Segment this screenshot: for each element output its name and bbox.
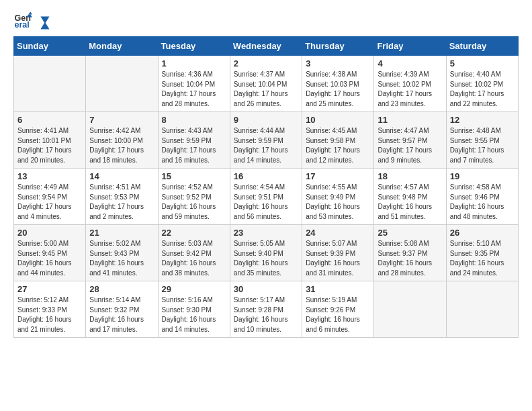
logo: Gen eral [13, 11, 51, 30]
day-number: 9 [234, 115, 298, 125]
calendar-cell: 22Sunrise: 5:03 AM Sunset: 9:42 PM Dayli… [158, 225, 230, 281]
day-info: Sunrise: 4:55 AM Sunset: 9:49 PM Dayligh… [306, 183, 370, 222]
calendar-cell: 6Sunrise: 4:41 AM Sunset: 10:01 PM Dayli… [14, 112, 86, 169]
calendar-day-header: Tuesday [158, 37, 230, 56]
day-number: 24 [306, 228, 370, 238]
calendar-cell: 15Sunrise: 4:52 AM Sunset: 9:52 PM Dayli… [158, 169, 230, 225]
day-number: 23 [234, 228, 298, 238]
day-number: 18 [378, 171, 442, 181]
calendar-cell: 4Sunrise: 4:39 AM Sunset: 10:02 PM Dayli… [374, 56, 446, 112]
svg-marker-2 [28, 11, 32, 14]
day-info: Sunrise: 4:48 AM Sunset: 9:55 PM Dayligh… [450, 126, 515, 165]
calendar-day-header: Monday [86, 37, 158, 56]
calendar-cell: 24Sunrise: 5:07 AM Sunset: 9:39 PM Dayli… [302, 225, 374, 281]
day-info: Sunrise: 4:49 AM Sunset: 9:54 PM Dayligh… [17, 183, 82, 222]
calendar-cell: 16Sunrise: 4:54 AM Sunset: 9:51 PM Dayli… [230, 169, 302, 225]
day-number: 4 [378, 58, 442, 68]
day-info: Sunrise: 4:57 AM Sunset: 9:48 PM Dayligh… [378, 183, 442, 222]
day-number: 16 [234, 171, 298, 181]
day-info: Sunrise: 4:42 AM Sunset: 10:00 PM Daylig… [89, 126, 154, 165]
calendar-table: SundayMondayTuesdayWednesdayThursdayFrid… [13, 36, 519, 338]
svg-marker-4 [40, 16, 49, 29]
day-info: Sunrise: 5:02 AM Sunset: 9:43 PM Dayligh… [89, 239, 154, 278]
day-number: 20 [17, 228, 82, 238]
calendar-cell: 29Sunrise: 5:16 AM Sunset: 9:30 PM Dayli… [158, 281, 230, 338]
day-info: Sunrise: 4:54 AM Sunset: 9:51 PM Dayligh… [234, 183, 298, 222]
day-number: 27 [17, 284, 82, 294]
calendar-cell: 14Sunrise: 4:51 AM Sunset: 9:53 PM Dayli… [86, 169, 158, 225]
calendar-day-header: Thursday [302, 37, 374, 56]
day-number: 19 [450, 171, 515, 181]
day-number: 12 [450, 115, 515, 125]
calendar-cell: 8Sunrise: 4:43 AM Sunset: 9:59 PM Daylig… [158, 112, 230, 169]
day-number: 8 [162, 115, 226, 125]
day-number: 25 [378, 228, 442, 238]
day-number: 15 [162, 171, 226, 181]
day-info: Sunrise: 5:12 AM Sunset: 9:33 PM Dayligh… [17, 295, 82, 334]
calendar-cell: 11Sunrise: 4:47 AM Sunset: 9:57 PM Dayli… [374, 112, 446, 169]
day-info: Sunrise: 5:00 AM Sunset: 9:45 PM Dayligh… [17, 239, 82, 278]
day-info: Sunrise: 4:51 AM Sunset: 9:53 PM Dayligh… [89, 183, 154, 222]
calendar-cell: 18Sunrise: 4:57 AM Sunset: 9:48 PM Dayli… [374, 169, 446, 225]
calendar-header-row: SundayMondayTuesdayWednesdayThursdayFrid… [14, 37, 519, 56]
calendar-cell [446, 281, 518, 338]
day-info: Sunrise: 5:19 AM Sunset: 9:26 PM Dayligh… [306, 295, 370, 334]
day-number: 3 [306, 58, 370, 68]
calendar-week-row: 6Sunrise: 4:41 AM Sunset: 10:01 PM Dayli… [14, 112, 519, 169]
day-number: 21 [89, 228, 154, 238]
logo-icon: Gen eral [13, 11, 32, 30]
calendar-week-row: 27Sunrise: 5:12 AM Sunset: 9:33 PM Dayli… [14, 281, 519, 338]
day-info: Sunrise: 5:16 AM Sunset: 9:30 PM Dayligh… [162, 295, 226, 334]
day-info: Sunrise: 4:39 AM Sunset: 10:02 PM Daylig… [378, 70, 442, 109]
calendar-cell: 13Sunrise: 4:49 AM Sunset: 9:54 PM Dayli… [14, 169, 86, 225]
calendar-week-row: 1Sunrise: 4:36 AM Sunset: 10:04 PM Dayli… [14, 56, 519, 112]
calendar-cell: 17Sunrise: 4:55 AM Sunset: 9:49 PM Dayli… [302, 169, 374, 225]
day-number: 31 [306, 284, 370, 294]
calendar-cell: 9Sunrise: 4:44 AM Sunset: 9:59 PM Daylig… [230, 112, 302, 169]
calendar-cell: 26Sunrise: 5:10 AM Sunset: 9:35 PM Dayli… [446, 225, 518, 281]
calendar-cell: 12Sunrise: 4:48 AM Sunset: 9:55 PM Dayli… [446, 112, 518, 169]
calendar-day-header: Wednesday [230, 37, 302, 56]
day-number: 5 [450, 58, 515, 68]
calendar-cell: 27Sunrise: 5:12 AM Sunset: 9:33 PM Dayli… [14, 281, 86, 338]
day-info: Sunrise: 5:05 AM Sunset: 9:40 PM Dayligh… [234, 239, 298, 278]
day-info: Sunrise: 4:38 AM Sunset: 10:03 PM Daylig… [306, 70, 370, 109]
day-info: Sunrise: 5:08 AM Sunset: 9:37 PM Dayligh… [378, 239, 442, 278]
day-number: 6 [17, 115, 82, 125]
day-info: Sunrise: 4:47 AM Sunset: 9:57 PM Dayligh… [378, 126, 442, 165]
calendar-cell: 31Sunrise: 5:19 AM Sunset: 9:26 PM Dayli… [302, 281, 374, 338]
day-number: 14 [89, 171, 154, 181]
calendar-cell: 2Sunrise: 4:37 AM Sunset: 10:04 PM Dayli… [230, 56, 302, 112]
calendar-cell: 25Sunrise: 5:08 AM Sunset: 9:37 PM Dayli… [374, 225, 446, 281]
day-info: Sunrise: 5:14 AM Sunset: 9:32 PM Dayligh… [89, 295, 154, 334]
day-info: Sunrise: 4:37 AM Sunset: 10:04 PM Daylig… [234, 70, 298, 109]
day-number: 7 [89, 115, 154, 125]
calendar-cell [86, 56, 158, 112]
day-info: Sunrise: 4:43 AM Sunset: 9:59 PM Dayligh… [162, 126, 226, 165]
day-number: 13 [17, 171, 82, 181]
day-info: Sunrise: 4:45 AM Sunset: 9:58 PM Dayligh… [306, 126, 370, 165]
logo-flag-icon [36, 15, 50, 30]
calendar-week-row: 13Sunrise: 4:49 AM Sunset: 9:54 PM Dayli… [14, 169, 519, 225]
calendar-day-header: Sunday [14, 37, 86, 56]
day-info: Sunrise: 4:52 AM Sunset: 9:52 PM Dayligh… [162, 183, 226, 222]
calendar-cell: 23Sunrise: 5:05 AM Sunset: 9:40 PM Dayli… [230, 225, 302, 281]
calendar-cell: 28Sunrise: 5:14 AM Sunset: 9:32 PM Dayli… [86, 281, 158, 338]
calendar-cell: 1Sunrise: 4:36 AM Sunset: 10:04 PM Dayli… [158, 56, 230, 112]
calendar-week-row: 20Sunrise: 5:00 AM Sunset: 9:45 PM Dayli… [14, 225, 519, 281]
calendar-cell: 20Sunrise: 5:00 AM Sunset: 9:45 PM Dayli… [14, 225, 86, 281]
calendar-day-header: Friday [374, 37, 446, 56]
calendar-cell: 10Sunrise: 4:45 AM Sunset: 9:58 PM Dayli… [302, 112, 374, 169]
day-number: 29 [162, 284, 226, 294]
day-number: 10 [306, 115, 370, 125]
calendar-cell: 5Sunrise: 4:40 AM Sunset: 10:02 PM Dayli… [446, 56, 518, 112]
day-number: 30 [234, 284, 298, 294]
day-info: Sunrise: 5:03 AM Sunset: 9:42 PM Dayligh… [162, 239, 226, 278]
day-info: Sunrise: 5:17 AM Sunset: 9:28 PM Dayligh… [234, 295, 298, 334]
calendar-day-header: Saturday [446, 37, 518, 56]
calendar-cell [14, 56, 86, 112]
day-info: Sunrise: 4:40 AM Sunset: 10:02 PM Daylig… [450, 70, 515, 109]
day-number: 11 [378, 115, 442, 125]
day-number: 2 [234, 58, 298, 68]
day-number: 28 [89, 284, 154, 294]
